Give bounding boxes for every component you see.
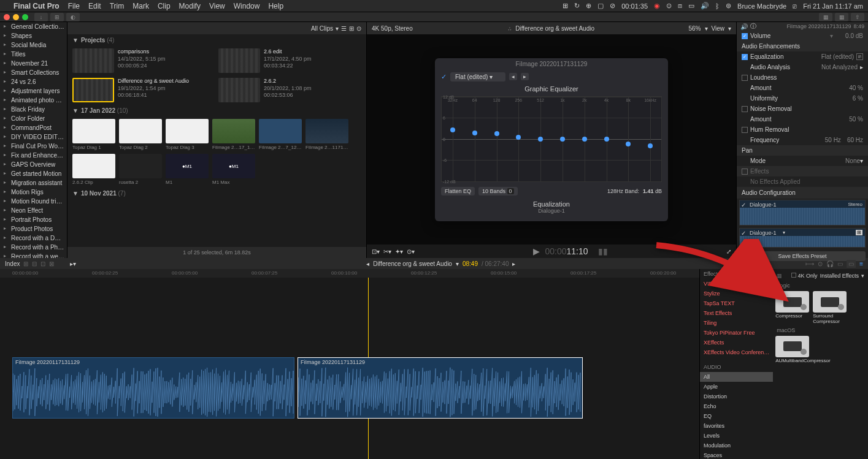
- effect-thumbnail[interactable]: [775, 336, 809, 357]
- menu-modify[interactable]: Modify: [179, 2, 201, 10]
- menu-clip[interactable]: Clip: [158, 2, 171, 10]
- clip-thumbnail[interactable]: [119, 154, 162, 178]
- video-inspector-tab[interactable]: 🔊: [740, 23, 748, 30]
- fx-category[interactable]: XEffects: [700, 338, 773, 347]
- clock[interactable]: Fri 21 Jan 11:17 am: [803, 2, 863, 10]
- view-menu[interactable]: View: [712, 25, 725, 32]
- clip-item[interactable]: rosetta 2: [119, 154, 162, 185]
- minimize-window[interactable]: [13, 14, 19, 20]
- project-item[interactable]: comparisons14/1/2022, 5:15 pm00:00:05:24: [72, 48, 213, 73]
- status-icon[interactable]: ⊕: [586, 2, 591, 10]
- disclosure-icon[interactable]: ▼: [72, 190, 79, 197]
- project-thumbnail[interactable]: [72, 48, 114, 73]
- bluetooth-icon[interactable]: ᛒ: [715, 2, 720, 10]
- eq-band-point[interactable]: [516, 135, 521, 140]
- sidebar-item[interactable]: Shapes: [0, 31, 67, 40]
- bg-tasks-button[interactable]: ◐: [66, 13, 80, 21]
- eq-chart[interactable]: 12 dB60-6-12 dB32Hz641282565121k2k4k8k16…: [441, 96, 662, 182]
- effect-item[interactable]: AUMultibandCompressor: [775, 336, 809, 364]
- eq-band-point[interactable]: [472, 131, 477, 135]
- amount-value[interactable]: 40 %: [849, 85, 863, 91]
- 4k-filter[interactable]: 4K Only: [791, 273, 818, 279]
- fullscreen-icon[interactable]: ⤢: [726, 248, 731, 255]
- share-button[interactable]: ⇧: [851, 13, 864, 21]
- clip-thumbnail[interactable]: ●M1: [212, 154, 255, 178]
- eq-prev-preset[interactable]: ◂: [509, 73, 517, 80]
- sidebar-item[interactable]: Black Friday: [0, 105, 67, 114]
- sidebar-item[interactable]: Record with a web c…: [0, 252, 67, 258]
- record-icon[interactable]: ◉: [654, 2, 660, 10]
- eq-band-point[interactable]: [450, 127, 455, 132]
- freq-60[interactable]: 60 Hz: [847, 137, 863, 143]
- hum-checkbox[interactable]: [742, 127, 748, 133]
- clip-thumbnail[interactable]: [305, 119, 348, 143]
- clip-thumbnail[interactable]: [72, 154, 115, 178]
- amount2-value[interactable]: 50 %: [849, 116, 863, 123]
- project-item[interactable]: Difference org & sweet Audio19/1/2022, 1…: [72, 78, 213, 102]
- dropdown-icon[interactable]: ▾: [336, 25, 339, 32]
- index-button[interactable]: Index: [5, 260, 20, 267]
- wifi-icon[interactable]: ⊚: [726, 2, 731, 10]
- control-center-icon[interactable]: ⎚: [793, 2, 797, 10]
- eq-enabled-check[interactable]: ✓: [441, 73, 447, 81]
- clip-thumbnail[interactable]: [166, 119, 209, 143]
- app-menu[interactable]: Final Cut Pro: [13, 2, 60, 10]
- noise-checkbox[interactable]: [742, 106, 748, 112]
- volume-icon[interactable]: 🔊: [701, 2, 709, 10]
- fx-category[interactable]: Tokyo PiPinator Free: [700, 328, 773, 338]
- sidebar-item[interactable]: Motion Rigs: [0, 188, 67, 197]
- flatten-eq-button[interactable]: Flatten EQ: [441, 187, 475, 195]
- sidebar-item[interactable]: Record with a DSLR: [0, 233, 67, 243]
- mode-value[interactable]: None: [845, 157, 860, 164]
- dropdown-icon[interactable]: ▾: [783, 230, 785, 235]
- crop-tool[interactable]: ✂▾: [383, 248, 391, 255]
- eq-band-point[interactable]: [604, 137, 609, 142]
- tl-tool-icon[interactable]: ≡: [859, 260, 863, 267]
- tl-tool-icon[interactable]: ⊞: [23, 260, 28, 267]
- audio-lane[interactable]: ✓ Dialogue-1 ▾ ⊞: [739, 228, 866, 248]
- dropdown-icon[interactable]: ▾: [728, 25, 731, 32]
- share-icon[interactable]: ⛬: [507, 25, 513, 32]
- layout-button[interactable]: ▦: [835, 13, 848, 21]
- status-icon[interactable]: ↻: [574, 2, 580, 10]
- status-icon[interactable]: ⊞: [563, 2, 568, 10]
- fx-category[interactable]: All: [700, 372, 773, 382]
- volume-value[interactable]: 0.0 dB: [845, 32, 863, 39]
- sidebar-item[interactable]: Get started Motion: [0, 169, 67, 178]
- tl-tool-icon[interactable]: ⊟: [32, 260, 37, 267]
- sidebar-item[interactable]: Smart Collections: [0, 68, 67, 77]
- sidebar-item[interactable]: Animated photo coll…: [0, 96, 67, 105]
- timeline-clip[interactable]: FiImage 20220117131129: [12, 357, 294, 419]
- fx-category[interactable]: Tiling: [700, 318, 773, 328]
- timeline-title[interactable]: Difference org & sweet Audio: [373, 260, 452, 267]
- dropdown-icon[interactable]: ▾: [861, 273, 864, 279]
- freq-50[interactable]: 50 Hz: [825, 137, 841, 143]
- sidebar-item[interactable]: Final Cut Pro Workfl…: [0, 142, 67, 151]
- lane-mode[interactable]: Stereo: [848, 202, 862, 207]
- sidebar-item[interactable]: Migration assistant: [0, 178, 67, 188]
- sidebar-item[interactable]: General Collections: [0, 22, 67, 31]
- eq-band-point[interactable]: [648, 143, 653, 148]
- clip-thumbnail[interactable]: [72, 119, 115, 143]
- tl-tool-icon[interactable]: ▭: [837, 260, 843, 267]
- fx-category[interactable]: EQ: [700, 411, 773, 421]
- sidebar-item[interactable]: GAPS Overview: [0, 160, 67, 169]
- dropdown-icon[interactable]: ▾: [860, 157, 863, 164]
- search-icon[interactable]: ⊙: [356, 25, 361, 32]
- clip-thumbnail[interactable]: [259, 119, 302, 143]
- sidebar-item[interactable]: Titles: [0, 50, 67, 59]
- eq-band-point[interactable]: [538, 137, 543, 142]
- tl-tool-icon[interactable]: ▭: [847, 260, 856, 268]
- dropdown-icon[interactable]: ▾: [456, 260, 459, 267]
- fx-category[interactable]: XEffects Video Conferen…: [700, 347, 773, 357]
- clip-thumbnail[interactable]: [119, 119, 162, 143]
- status-icon[interactable]: ⊘: [610, 2, 615, 10]
- volume-checkbox[interactable]: ✓: [742, 33, 748, 39]
- project-thumbnail[interactable]: [218, 78, 260, 102]
- fx-category[interactable]: Text Effects: [700, 308, 773, 318]
- tl-tool-icon[interactable]: ⊠: [49, 260, 54, 267]
- effect-thumbnail[interactable]: [813, 291, 847, 313]
- layout-button[interactable]: ▦: [819, 13, 832, 21]
- tl-tool-icon[interactable]: ⊙: [818, 260, 823, 267]
- eq-band-point[interactable]: [582, 137, 587, 142]
